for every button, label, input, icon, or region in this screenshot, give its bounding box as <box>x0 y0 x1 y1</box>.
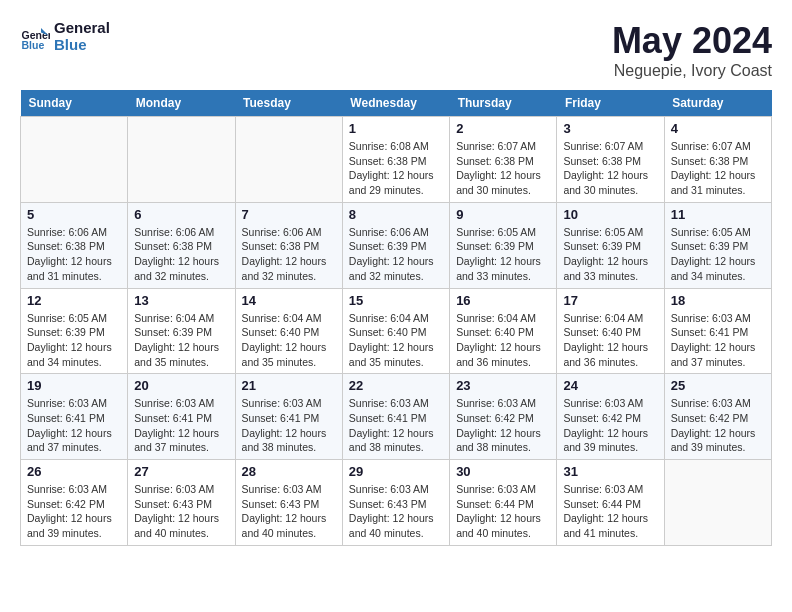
calendar-cell: 6Sunrise: 6:06 AMSunset: 6:38 PMDaylight… <box>128 202 235 288</box>
day-number: 24 <box>563 378 657 393</box>
day-number: 27 <box>134 464 228 479</box>
day-info: Sunrise: 6:06 AMSunset: 6:38 PMDaylight:… <box>242 225 336 284</box>
calendar-cell: 18Sunrise: 6:03 AMSunset: 6:41 PMDayligh… <box>664 288 771 374</box>
day-info: Sunrise: 6:03 AMSunset: 6:41 PMDaylight:… <box>349 396 443 455</box>
day-info: Sunrise: 6:04 AMSunset: 6:40 PMDaylight:… <box>349 311 443 370</box>
svg-text:Blue: Blue <box>22 39 45 51</box>
weekday-header: Thursday <box>450 90 557 117</box>
day-info: Sunrise: 6:03 AMSunset: 6:44 PMDaylight:… <box>563 482 657 541</box>
weekday-header-row: SundayMondayTuesdayWednesdayThursdayFrid… <box>21 90 772 117</box>
weekday-header: Friday <box>557 90 664 117</box>
day-info: Sunrise: 6:07 AMSunset: 6:38 PMDaylight:… <box>671 139 765 198</box>
day-number: 4 <box>671 121 765 136</box>
day-info: Sunrise: 6:07 AMSunset: 6:38 PMDaylight:… <box>563 139 657 198</box>
logo-line1: General <box>54 20 110 37</box>
calendar-cell: 29Sunrise: 6:03 AMSunset: 6:43 PMDayligh… <box>342 460 449 546</box>
day-info: Sunrise: 6:03 AMSunset: 6:43 PMDaylight:… <box>242 482 336 541</box>
calendar-week-row: 26Sunrise: 6:03 AMSunset: 6:42 PMDayligh… <box>21 460 772 546</box>
calendar-cell: 8Sunrise: 6:06 AMSunset: 6:39 PMDaylight… <box>342 202 449 288</box>
day-info: Sunrise: 6:03 AMSunset: 6:41 PMDaylight:… <box>27 396 121 455</box>
day-number: 3 <box>563 121 657 136</box>
day-number: 5 <box>27 207 121 222</box>
logo-line2: Blue <box>54 37 110 54</box>
day-number: 10 <box>563 207 657 222</box>
month-title: May 2024 <box>612 20 772 62</box>
day-info: Sunrise: 6:04 AMSunset: 6:40 PMDaylight:… <box>456 311 550 370</box>
calendar-cell: 2Sunrise: 6:07 AMSunset: 6:38 PMDaylight… <box>450 117 557 203</box>
calendar-cell <box>664 460 771 546</box>
day-number: 11 <box>671 207 765 222</box>
day-number: 18 <box>671 293 765 308</box>
day-number: 1 <box>349 121 443 136</box>
calendar-cell: 19Sunrise: 6:03 AMSunset: 6:41 PMDayligh… <box>21 374 128 460</box>
day-number: 12 <box>27 293 121 308</box>
calendar-week-row: 19Sunrise: 6:03 AMSunset: 6:41 PMDayligh… <box>21 374 772 460</box>
day-info: Sunrise: 6:03 AMSunset: 6:43 PMDaylight:… <box>349 482 443 541</box>
day-info: Sunrise: 6:03 AMSunset: 6:43 PMDaylight:… <box>134 482 228 541</box>
calendar-cell: 26Sunrise: 6:03 AMSunset: 6:42 PMDayligh… <box>21 460 128 546</box>
calendar-cell: 11Sunrise: 6:05 AMSunset: 6:39 PMDayligh… <box>664 202 771 288</box>
calendar-cell <box>21 117 128 203</box>
day-number: 25 <box>671 378 765 393</box>
day-number: 16 <box>456 293 550 308</box>
calendar-cell: 15Sunrise: 6:04 AMSunset: 6:40 PMDayligh… <box>342 288 449 374</box>
day-number: 8 <box>349 207 443 222</box>
calendar-cell: 30Sunrise: 6:03 AMSunset: 6:44 PMDayligh… <box>450 460 557 546</box>
day-number: 23 <box>456 378 550 393</box>
calendar-week-row: 12Sunrise: 6:05 AMSunset: 6:39 PMDayligh… <box>21 288 772 374</box>
day-number: 9 <box>456 207 550 222</box>
calendar-cell: 4Sunrise: 6:07 AMSunset: 6:38 PMDaylight… <box>664 117 771 203</box>
calendar-cell: 21Sunrise: 6:03 AMSunset: 6:41 PMDayligh… <box>235 374 342 460</box>
day-info: Sunrise: 6:03 AMSunset: 6:42 PMDaylight:… <box>456 396 550 455</box>
calendar-cell: 7Sunrise: 6:06 AMSunset: 6:38 PMDaylight… <box>235 202 342 288</box>
day-info: Sunrise: 6:08 AMSunset: 6:38 PMDaylight:… <box>349 139 443 198</box>
calendar-cell: 28Sunrise: 6:03 AMSunset: 6:43 PMDayligh… <box>235 460 342 546</box>
calendar-cell: 24Sunrise: 6:03 AMSunset: 6:42 PMDayligh… <box>557 374 664 460</box>
calendar-cell: 20Sunrise: 6:03 AMSunset: 6:41 PMDayligh… <box>128 374 235 460</box>
day-info: Sunrise: 6:03 AMSunset: 6:42 PMDaylight:… <box>563 396 657 455</box>
calendar-cell: 16Sunrise: 6:04 AMSunset: 6:40 PMDayligh… <box>450 288 557 374</box>
calendar-cell: 23Sunrise: 6:03 AMSunset: 6:42 PMDayligh… <box>450 374 557 460</box>
day-number: 21 <box>242 378 336 393</box>
day-info: Sunrise: 6:04 AMSunset: 6:39 PMDaylight:… <box>134 311 228 370</box>
day-number: 14 <box>242 293 336 308</box>
weekday-header: Tuesday <box>235 90 342 117</box>
day-info: Sunrise: 6:07 AMSunset: 6:38 PMDaylight:… <box>456 139 550 198</box>
day-number: 17 <box>563 293 657 308</box>
calendar-cell: 27Sunrise: 6:03 AMSunset: 6:43 PMDayligh… <box>128 460 235 546</box>
weekday-header: Monday <box>128 90 235 117</box>
page-header: General Blue General Blue May 2024 Negue… <box>20 20 772 80</box>
day-info: Sunrise: 6:04 AMSunset: 6:40 PMDaylight:… <box>242 311 336 370</box>
day-number: 15 <box>349 293 443 308</box>
day-number: 29 <box>349 464 443 479</box>
day-info: Sunrise: 6:03 AMSunset: 6:42 PMDaylight:… <box>671 396 765 455</box>
day-number: 13 <box>134 293 228 308</box>
day-number: 31 <box>563 464 657 479</box>
day-number: 26 <box>27 464 121 479</box>
weekday-header: Sunday <box>21 90 128 117</box>
calendar-cell: 13Sunrise: 6:04 AMSunset: 6:39 PMDayligh… <box>128 288 235 374</box>
logo: General Blue General Blue <box>20 20 110 53</box>
day-number: 19 <box>27 378 121 393</box>
calendar-cell: 1Sunrise: 6:08 AMSunset: 6:38 PMDaylight… <box>342 117 449 203</box>
day-info: Sunrise: 6:05 AMSunset: 6:39 PMDaylight:… <box>671 225 765 284</box>
day-info: Sunrise: 6:06 AMSunset: 6:39 PMDaylight:… <box>349 225 443 284</box>
day-number: 30 <box>456 464 550 479</box>
weekday-header: Wednesday <box>342 90 449 117</box>
day-info: Sunrise: 6:03 AMSunset: 6:41 PMDaylight:… <box>134 396 228 455</box>
weekday-header: Saturday <box>664 90 771 117</box>
calendar-table: SundayMondayTuesdayWednesdayThursdayFrid… <box>20 90 772 546</box>
day-number: 6 <box>134 207 228 222</box>
calendar-week-row: 5Sunrise: 6:06 AMSunset: 6:38 PMDaylight… <box>21 202 772 288</box>
day-number: 22 <box>349 378 443 393</box>
day-info: Sunrise: 6:06 AMSunset: 6:38 PMDaylight:… <box>27 225 121 284</box>
day-number: 28 <box>242 464 336 479</box>
calendar-cell: 17Sunrise: 6:04 AMSunset: 6:40 PMDayligh… <box>557 288 664 374</box>
day-info: Sunrise: 6:05 AMSunset: 6:39 PMDaylight:… <box>27 311 121 370</box>
calendar-cell: 25Sunrise: 6:03 AMSunset: 6:42 PMDayligh… <box>664 374 771 460</box>
calendar-cell: 14Sunrise: 6:04 AMSunset: 6:40 PMDayligh… <box>235 288 342 374</box>
day-info: Sunrise: 6:05 AMSunset: 6:39 PMDaylight:… <box>563 225 657 284</box>
calendar-cell <box>128 117 235 203</box>
day-number: 2 <box>456 121 550 136</box>
day-number: 7 <box>242 207 336 222</box>
